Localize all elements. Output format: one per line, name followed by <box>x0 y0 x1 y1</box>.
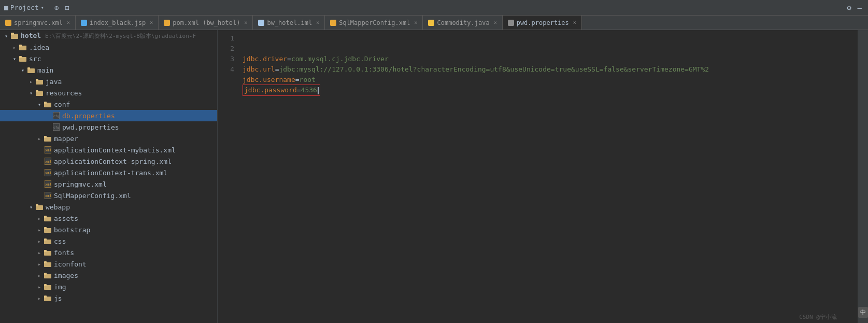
code-line-4[interactable]: jdbc.password=4536 <box>243 85 858 95</box>
tree-item-appctx_spring[interactable]: xmlapplicationContext-spring.xml <box>0 156 217 167</box>
svg-text:xml: xml <box>45 182 51 187</box>
tab-close-icon[interactable]: × <box>150 20 153 25</box>
project-selector[interactable]: ■ Project ▾ <box>4 4 44 11</box>
tree-item-src[interactable]: ▾src <box>0 53 217 64</box>
tab-sqlmapper[interactable]: SqlMapperConfig.xml× <box>325 16 423 30</box>
tree-item-db_properties[interactable]: cfgdb.properties <box>0 110 217 121</box>
property-key: jdbc.driver <box>243 54 287 64</box>
tab-close-icon[interactable]: × <box>494 20 497 25</box>
project-chevron: ▾ <box>41 5 44 10</box>
property-value: root <box>300 75 316 85</box>
tree-item-label: conf <box>54 101 70 108</box>
svg-rect-40 <box>44 216 47 218</box>
tab-index_black[interactable]: index_black.jsp× <box>76 16 159 30</box>
tab-close-icon[interactable]: × <box>316 20 319 25</box>
folder-icon <box>44 214 52 222</box>
tree-item-sqlmapper_xml[interactable]: xmlSqlMapperConfig.xml <box>0 190 217 201</box>
tree-item-resources[interactable]: ▾resources <box>0 87 217 99</box>
tree-item-bootstrap[interactable]: ▸bootstrap <box>0 224 217 235</box>
tree-item-img[interactable]: ▸img <box>0 281 217 292</box>
right-panel: 中 <box>858 30 868 323</box>
equals-sign: = <box>297 86 301 94</box>
properties-file-icon: cfg <box>52 111 60 120</box>
tree-arrow: ▾ <box>35 102 44 107</box>
tree-item-idea[interactable]: ▸.idea <box>0 41 217 53</box>
add-file-icon[interactable]: ⊕ <box>52 3 61 13</box>
minimize-icon[interactable]: – <box>856 3 864 13</box>
tree-item-main[interactable]: ▾main <box>0 64 217 76</box>
tree-arrow: ▾ <box>19 67 27 73</box>
split-icon[interactable]: ⊟ <box>63 3 71 13</box>
xml-file-icon: xml <box>44 146 52 154</box>
svg-text:xml: xml <box>45 171 51 175</box>
tree-arrow: ▾ <box>27 90 35 96</box>
tree-item-label: iconfont <box>54 260 87 268</box>
tab-commodity[interactable]: Commodity.java× <box>423 16 502 30</box>
top-bar: ■ Project ▾ ⊕ ⊟ ⚙ – <box>0 0 868 16</box>
tree-arrow: ▸ <box>10 45 19 50</box>
xml-file-icon: xml <box>44 191 52 200</box>
tab-bw_hotel_iml[interactable]: bw_hotel.iml× <box>253 16 325 30</box>
tree-arrow: ▸ <box>35 238 44 244</box>
tab-file-icon <box>164 20 170 26</box>
tree-item-conf[interactable]: ▾conf <box>0 99 217 110</box>
line-numbers: 1234 <box>218 30 238 323</box>
tree-item-mapper[interactable]: ▸mapper <box>0 133 217 144</box>
folder-icon <box>44 294 52 302</box>
tab-close-icon[interactable]: × <box>67 20 70 25</box>
property-key: jdbc.password <box>244 86 297 94</box>
svg-rect-48 <box>44 261 47 263</box>
tree-item-label: applicationContext-spring.xml <box>54 158 172 165</box>
tree-item-hotel[interactable]: ▾hotel E:\百度云\2-源码资料\2-mysql-8版本\graduat… <box>0 30 217 41</box>
tree-item-appctx_mybatis[interactable]: xmlapplicationContext-mybatis.xml <box>0 144 217 156</box>
tab-label: Commodity.java <box>437 19 489 26</box>
tree-item-label: db.properties <box>62 112 115 120</box>
svg-rect-11 <box>36 90 38 92</box>
tree-item-java[interactable]: ▸java <box>0 76 217 87</box>
tree-arrow: ▸ <box>35 227 44 233</box>
project-sidebar: ▾hotel E:\百度云\2-源码资料\2-mysql-8版本\graduat… <box>0 30 218 323</box>
tree-item-springmvc_xml[interactable]: xmlspringmvc.xml <box>0 178 217 190</box>
code-content[interactable]: jdbc.driver=com.mysql.cj.jdbc.Driverjdbc… <box>238 30 858 323</box>
ime-indicator[interactable]: 中 <box>858 307 868 318</box>
tree-item-assets[interactable]: ▸assets <box>0 213 217 224</box>
tree-item-fonts[interactable]: ▸fonts <box>0 247 217 258</box>
tree-item-appctx_trans[interactable]: xmlapplicationContext-trans.xml <box>0 167 217 178</box>
gear-icon[interactable]: ⚙ <box>845 3 853 13</box>
main-layout: ▾hotel E:\百度云\2-源码资料\2-mysql-8版本\graduat… <box>0 30 868 323</box>
tab-pwd[interactable]: pwd.properties× <box>503 16 582 30</box>
svg-rect-13 <box>44 102 47 104</box>
equals-sign: = <box>287 54 291 64</box>
tree-arrow: ▾ <box>27 204 35 210</box>
tree-item-js[interactable]: ▸js <box>0 292 217 304</box>
tree-item-css[interactable]: ▸css <box>0 235 217 247</box>
tab-springmvc[interactable]: springmvc.xml× <box>0 16 76 30</box>
property-value: com.mysql.cj.jdbc.Driver <box>291 54 389 64</box>
tree-arrow: ▸ <box>35 284 44 290</box>
tab-pom[interactable]: pom.xml (bw_hotel)× <box>159 16 253 30</box>
tab-close-icon[interactable]: × <box>573 20 576 25</box>
folder-icon <box>44 100 52 108</box>
tree-item-iconfont[interactable]: ▸iconfont <box>0 258 217 270</box>
tree-arrow: ▸ <box>35 273 44 278</box>
tab-close-icon[interactable]: × <box>244 20 247 25</box>
tab-file-icon <box>258 20 264 26</box>
folder-icon <box>19 43 27 51</box>
tree-item-label: assets <box>54 215 78 222</box>
equals-sign: = <box>295 75 300 85</box>
xml-file-icon: xml <box>44 168 52 177</box>
svg-text:xml: xml <box>45 160 51 164</box>
tree-item-label: main <box>37 66 53 74</box>
properties-file-icon: cfg <box>52 123 60 131</box>
tree-item-pwd_properties[interactable]: cfgpwd.properties <box>0 121 217 133</box>
tree-item-label: img <box>54 283 66 291</box>
tree-item-label: .idea <box>29 44 49 51</box>
code-line-3: jdbc.username=root <box>243 75 858 85</box>
tree-item-label: resources <box>46 89 82 97</box>
xml-file-icon: xml <box>44 157 52 165</box>
tab-close-icon[interactable]: × <box>414 20 417 25</box>
top-bar-right-actions: ⚙ – <box>845 3 864 13</box>
tree-item-images[interactable]: ▸images <box>0 270 217 281</box>
tree-item-webapp[interactable]: ▾webapp <box>0 201 217 213</box>
tree-item-label: java <box>46 78 62 86</box>
